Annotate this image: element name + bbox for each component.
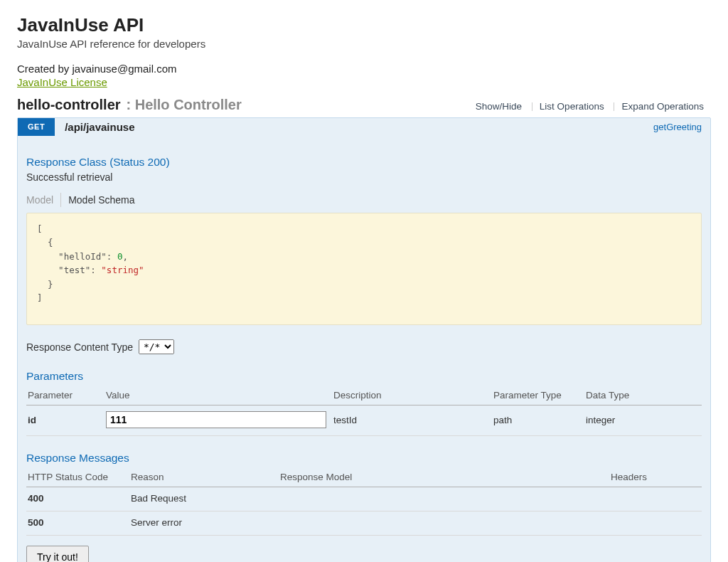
operation-body: Response Class (Status 200) Successful r…	[18, 136, 710, 562]
tab-model[interactable]: Model	[26, 193, 61, 207]
list-operations-link[interactable]: List Operations	[532, 102, 611, 111]
col-response-model: Response Model	[279, 469, 609, 487]
response-reason: Bad Request	[129, 487, 279, 511]
response-row: 400 Bad Request	[26, 487, 702, 511]
operation-block: GET /api/javainuse getGreeting Response …	[17, 117, 711, 562]
api-title: JavaInUse API	[17, 14, 711, 36]
parameters-header-row: Parameter Value Description Parameter Ty…	[26, 387, 702, 405]
col-data-type: Data Type	[584, 387, 702, 405]
response-headers	[609, 511, 702, 536]
try-it-out-button[interactable]: Try it out!	[26, 546, 89, 562]
operation-id[interactable]: getGreeting	[653, 122, 710, 132]
license-link[interactable]: JavaInUse License	[17, 76, 107, 88]
parameters-title: Parameters	[26, 370, 702, 383]
param-type: path	[492, 405, 584, 436]
response-headers	[609, 487, 702, 511]
col-reason: Reason	[129, 469, 279, 487]
col-description: Description	[332, 387, 492, 405]
response-class-title: Response Class (Status 200)	[26, 156, 702, 169]
response-model	[279, 487, 609, 511]
response-row: 500 Server error	[26, 511, 702, 536]
param-name: id	[26, 405, 105, 436]
schema-value-helloId: 0	[117, 251, 123, 262]
response-content-type-row: Response Content Type */*	[26, 339, 702, 354]
response-content-type-select[interactable]: */*	[139, 339, 174, 354]
response-reason: Server error	[129, 511, 279, 536]
operation-header[interactable]: GET /api/javainuse getGreeting	[18, 118, 710, 136]
controller-name[interactable]: hello-controller	[17, 97, 121, 112]
col-parameter: Parameter	[26, 387, 105, 405]
controller-description: : Hello Controller	[126, 97, 241, 112]
response-messages-title: Response Messages	[26, 452, 702, 465]
schema-value-test: "string"	[101, 265, 144, 275]
created-by: Created by javainuse@gmail.com	[17, 63, 711, 75]
responses-header-row: HTTP Status Code Reason Response Model H…	[26, 469, 702, 487]
param-data-type: integer	[584, 405, 702, 436]
response-status: 400	[26, 487, 129, 511]
col-param-type: Parameter Type	[492, 387, 584, 405]
response-status: 500	[26, 511, 129, 536]
parameter-row: id testId path integer	[26, 405, 702, 436]
response-class-description: Successful retrieval	[26, 171, 702, 183]
response-content-type-label: Response Content Type	[26, 341, 133, 353]
param-value-input[interactable]	[106, 411, 326, 428]
response-messages-table: HTTP Status Code Reason Response Model H…	[26, 469, 702, 536]
expand-operations-link[interactable]: Expand Operations	[614, 102, 711, 111]
parameters-table: Parameter Value Description Parameter Ty…	[26, 387, 702, 436]
col-headers: Headers	[609, 469, 702, 487]
http-method-badge: GET	[18, 118, 55, 136]
show-hide-link[interactable]: Show/Hide	[469, 102, 529, 111]
operation-path[interactable]: /api/javainuse	[55, 121, 653, 133]
schema-tabs: Model Model Schema	[26, 193, 702, 207]
param-description: testId	[332, 405, 492, 436]
col-value: Value	[105, 387, 332, 405]
response-model	[279, 511, 609, 536]
model-schema-box[interactable]: [ { "helloId": 0, "test": "string" } ]	[26, 213, 702, 325]
api-subtitle: JavaInUse API reference for developers	[17, 38, 711, 50]
controller-actions: Show/Hide List Operations Expand Operati…	[469, 101, 711, 112]
col-http-status: HTTP Status Code	[26, 469, 129, 487]
tab-model-schema[interactable]: Model Schema	[68, 193, 134, 207]
controller-header: hello-controller : Hello Controller Show…	[17, 94, 711, 117]
